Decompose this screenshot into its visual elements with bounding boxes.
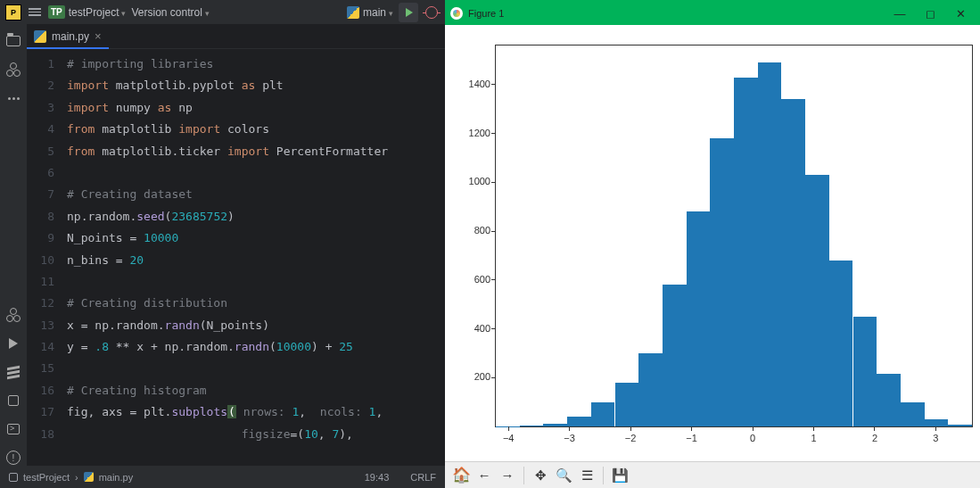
histogram-bars	[496, 45, 972, 426]
histogram-bar	[758, 62, 782, 426]
ellipsis-icon	[8, 97, 20, 100]
histogram-bar	[591, 402, 615, 426]
services-tool-button[interactable]	[5, 364, 21, 380]
cursor-position[interactable]: 19:43	[365, 472, 390, 483]
code-editor[interactable]: 123456789101112131415161718 # importing …	[27, 49, 445, 466]
mpl-configure-button[interactable]: ☰	[576, 465, 597, 486]
debug-tool-button[interactable]	[5, 393, 21, 409]
close-button[interactable]: ✕	[953, 6, 968, 21]
histogram-bar	[901, 402, 925, 426]
folder-icon	[6, 36, 21, 46]
minimize-button[interactable]: —	[893, 6, 907, 21]
structure-icon	[6, 62, 21, 77]
console-icon	[6, 308, 21, 322]
status-indicator-icon[interactable]	[9, 473, 18, 482]
histogram-bar	[520, 426, 544, 426]
editor-tab-main-py[interactable]: main.py ×	[27, 24, 109, 49]
ide-panel: P TP testProject Version control main !	[0, 0, 445, 488]
x-tick: 1	[813, 426, 814, 431]
mpl-back-button[interactable]: ←	[474, 465, 495, 486]
python-icon	[34, 30, 46, 43]
line-separator[interactable]: CRLF	[410, 472, 436, 483]
code-content[interactable]: # importing librariesimport matplotlib.p…	[67, 54, 445, 466]
structure-tool-button[interactable]	[5, 62, 21, 78]
toolbar-separator	[523, 467, 524, 484]
mpl-zoom-button[interactable]: 🔍	[553, 465, 574, 486]
mpl-forward-button[interactable]: →	[497, 465, 518, 486]
run-config-selector[interactable]: main	[347, 6, 393, 19]
x-tick: 2	[874, 426, 875, 431]
python-console-button[interactable]	[5, 307, 21, 323]
x-tick: −3	[569, 426, 570, 431]
histogram-bar	[663, 285, 687, 426]
close-icon[interactable]: ×	[95, 29, 102, 43]
run-tool-button[interactable]	[5, 335, 21, 352]
figure-titlebar[interactable]: Figure 1 — ◻ ✕	[445, 2, 980, 25]
status-bar: testProject › main.py 19:43 CRLF	[0, 466, 445, 488]
terminal-tool-button[interactable]	[5, 421, 21, 437]
warn-icon: !	[6, 451, 21, 465]
more-tool-button[interactable]	[5, 90, 21, 106]
histogram-bar	[687, 211, 711, 426]
histogram-bar	[805, 175, 829, 426]
ide-topbar: P TP testProject Version control main	[0, 0, 445, 24]
histogram-bar	[829, 261, 853, 426]
mpl-save-button[interactable]: 💾	[609, 465, 630, 486]
breadcrumb-sep: ›	[75, 472, 78, 483]
play-icon	[406, 8, 413, 17]
histogram-bar	[638, 353, 663, 426]
x-tick: −4	[508, 426, 509, 431]
x-tick: 3	[935, 426, 936, 431]
problems-tool-button[interactable]: !	[5, 450, 21, 466]
matplotlib-toolbar: 🏠 ← → ✥ 🔍 ☰ 💾	[445, 461, 980, 488]
x-tick: 0	[753, 426, 754, 431]
toolbar-separator	[603, 467, 604, 484]
terminal-icon	[7, 424, 20, 434]
figure-window: Figure 1 — ◻ ✕ 200400600800100012001400−…	[445, 0, 980, 488]
vcs-label: Version control	[131, 6, 209, 19]
histogram-bar	[615, 383, 639, 426]
breadcrumb-project[interactable]: testProject	[23, 472, 70, 483]
bug-icon	[425, 6, 438, 19]
run-button[interactable]	[399, 3, 418, 22]
histogram-bar	[853, 317, 877, 426]
project-tool-button[interactable]	[5, 33, 21, 49]
python-icon	[84, 472, 94, 482]
project-name: testProject	[69, 6, 127, 19]
mpl-home-button[interactable]: 🏠	[450, 465, 472, 486]
histogram-bar	[781, 99, 805, 426]
axes: 200400600800100012001400−4−3−2−10123	[495, 45, 973, 427]
histogram-bar	[948, 425, 972, 426]
x-tick: −2	[630, 426, 631, 431]
plot-area: 200400600800100012001400−4−3−2−10123	[445, 25, 980, 461]
layers-icon	[7, 366, 20, 378]
matplotlib-logo-icon	[450, 7, 463, 20]
histogram-bar	[710, 138, 734, 426]
debug-button[interactable]	[424, 4, 440, 21]
line-gutter: 123456789101112131415161718	[27, 54, 67, 466]
play-outline-icon	[9, 338, 18, 349]
vcs-selector[interactable]: Version control	[131, 6, 209, 19]
histogram-bar	[877, 374, 901, 426]
stop-icon	[8, 395, 19, 406]
main-menu-icon[interactable]	[27, 4, 43, 21]
tab-label: main.py	[52, 30, 89, 43]
histogram-bar	[567, 417, 591, 426]
project-selector[interactable]: TP testProject	[48, 5, 126, 19]
histogram-bar	[543, 424, 567, 426]
x-tick: −1	[691, 426, 692, 431]
maximize-button[interactable]: ◻	[923, 6, 937, 21]
python-icon	[347, 6, 359, 19]
figure-title: Figure 1	[468, 8, 504, 19]
project-badge: TP	[48, 5, 65, 19]
histogram-bar	[925, 419, 949, 426]
breadcrumb-file[interactable]: main.py	[99, 472, 134, 483]
histogram-bar	[734, 78, 758, 426]
left-tool-strip: !	[0, 24, 27, 466]
run-config-name: main	[363, 6, 393, 19]
editor-tab-bar: main.py ×	[27, 24, 445, 49]
ide-logo: P	[5, 4, 21, 21]
mpl-pan-button[interactable]: ✥	[530, 465, 551, 486]
